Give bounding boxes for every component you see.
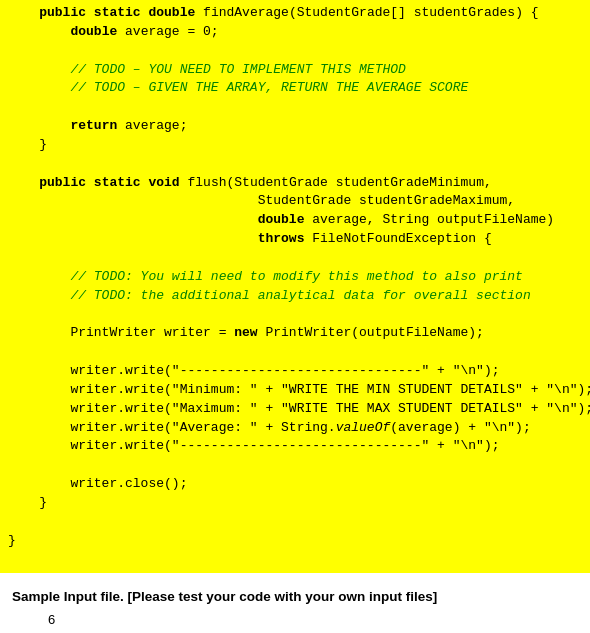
- code-line-4: // TODO – YOU NEED TO IMPLEMENT THIS MET…: [0, 61, 590, 80]
- sample-data: 6 John 97.5 Jim 99 Kathy 34 Steve 86.5 S…: [12, 610, 578, 633]
- code-line-14: [0, 249, 590, 268]
- code-line-9: [0, 155, 590, 174]
- code-block: public static double findAverage(Student…: [0, 0, 590, 573]
- code-line-20: writer.write("--------------------------…: [0, 362, 590, 381]
- sample-section: Sample Input file. [Please test your cod…: [0, 573, 590, 633]
- code-line-16: // TODO: the additional analytical data …: [0, 287, 590, 306]
- sample-title: Sample Input file. [Please test your cod…: [12, 589, 578, 604]
- code-line-26: writer.close();: [0, 475, 590, 494]
- code-line-7: return average;: [0, 117, 590, 136]
- code-line-2: double average = 0;: [0, 23, 590, 42]
- code-line-8: }: [0, 136, 590, 155]
- code-line-23: writer.write("Average: " + String.valueO…: [0, 419, 590, 438]
- code-line-21: writer.write("Minimum: " + "WRITE THE MI…: [0, 381, 590, 400]
- code-line-13: throws FileNotFoundException {: [0, 230, 590, 249]
- code-line-27: }: [0, 494, 590, 513]
- code-line-28: [0, 513, 590, 532]
- code-line-12: double average, String outputFileName): [0, 211, 590, 230]
- code-line-18: PrintWriter writer = new PrintWriter(out…: [0, 324, 590, 343]
- code-line-17: [0, 306, 590, 325]
- code-line-15: // TODO: You will need to modify this me…: [0, 268, 590, 287]
- sample-line-1: 6: [48, 610, 578, 631]
- code-line-5: // TODO – GIVEN THE ARRAY, RETURN THE AV…: [0, 79, 590, 98]
- code-line-29: }: [0, 532, 590, 551]
- code-line-22: writer.write("Maximum: " + "WRITE THE MA…: [0, 400, 590, 419]
- code-line-1: public static double findAverage(Student…: [0, 4, 590, 23]
- code-line-30: [0, 550, 590, 569]
- code-line-24: writer.write("--------------------------…: [0, 437, 590, 456]
- code-line-19: [0, 343, 590, 362]
- code-line-25: [0, 456, 590, 475]
- code-line-3: [0, 42, 590, 61]
- code-line-6: [0, 98, 590, 117]
- code-line-11: StudentGrade studentGradeMaximum,: [0, 192, 590, 211]
- code-line-10: public static void flush(StudentGrade st…: [0, 174, 590, 193]
